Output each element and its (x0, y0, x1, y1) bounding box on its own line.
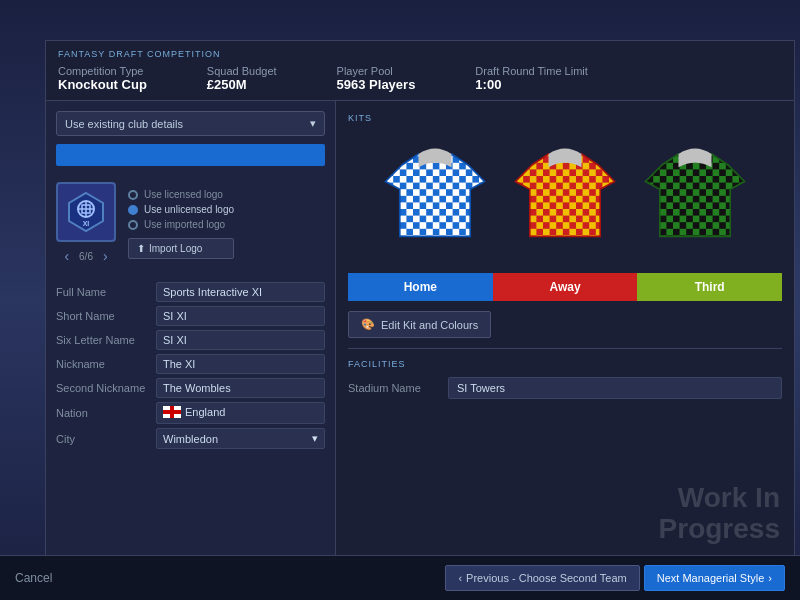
squad-budget-block: Squad Budget £250M (207, 65, 277, 92)
england-flag-icon (163, 406, 181, 418)
cancel-button[interactable]: Cancel (15, 571, 52, 585)
home-kit (380, 143, 490, 253)
third-kit-svg (640, 143, 750, 253)
home-kit-svg (380, 143, 490, 253)
facilities-label: FACILITIES (348, 359, 782, 369)
nav-buttons: ‹ Previous - Choose Second Team Next Man… (445, 565, 785, 591)
kits-section-label: KITS (348, 113, 782, 123)
edit-kit-button[interactable]: 🎨 Edit Kit and Colours (348, 311, 491, 338)
left-panel: Use existing club details ▾ XI (46, 101, 336, 559)
logo-box: XI (56, 182, 116, 242)
main-dialog: FANTASY DRAFT COMPETITION Competition Ty… (45, 40, 795, 560)
logo-count: 6/6 (79, 251, 93, 262)
player-pool-value: 5963 Players (337, 77, 416, 92)
squad-budget-value: £250M (207, 77, 247, 92)
kit-tabs: Home Away Third (348, 273, 782, 301)
nickname-label: Nickname (56, 358, 156, 370)
draft-round-value: 1:00 (475, 77, 501, 92)
away-kit-svg (510, 143, 620, 253)
second-nickname-row: Second Nickname The Wombles (56, 378, 325, 398)
second-nickname-label: Second Nickname (56, 382, 156, 394)
short-name-input[interactable]: SI XI (156, 306, 325, 326)
import-logo-button[interactable]: ⬆ Import Logo (128, 238, 234, 259)
kits-container (348, 133, 782, 263)
six-letter-input[interactable]: SI XI (156, 330, 325, 350)
logo-section: XI ‹ 6/6 › Use licensed logo (56, 174, 325, 274)
stadium-name-input[interactable] (448, 377, 782, 399)
nickname-input[interactable]: The XI (156, 354, 325, 374)
competition-info: Competition Type Knockout Cup Squad Budg… (58, 65, 782, 92)
player-pool-label: Player Pool (337, 65, 416, 77)
club-fields: Full Name Sports Interactive XI Short Na… (56, 282, 325, 453)
next-button[interactable]: Next Managerial Style › (644, 565, 785, 591)
logo-next-arrow[interactable]: › (99, 246, 112, 266)
city-dropdown[interactable]: Wimbledon ▾ (156, 428, 325, 449)
city-row: City Wimbledon ▾ (56, 428, 325, 449)
third-tab[interactable]: Third (637, 273, 782, 301)
logo-options: Use licensed logo Use unlicensed logo Us… (128, 189, 234, 259)
dialog-body: Use existing club details ▾ XI (46, 101, 794, 559)
player-pool-block: Player Pool 5963 Players (337, 65, 416, 92)
six-letter-row: Six Letter Name SI XI (56, 330, 325, 350)
right-panel: KITS (336, 101, 794, 559)
home-tab[interactable]: Home (348, 273, 493, 301)
licensed-logo-label: Use licensed logo (144, 189, 223, 200)
prev-button[interactable]: ‹ Previous - Choose Second Team (445, 565, 639, 591)
third-kit (640, 143, 750, 253)
stadium-row: Stadium Name (348, 377, 782, 399)
full-name-input[interactable]: Sports Interactive XI (156, 282, 325, 302)
imported-radio (128, 220, 138, 230)
nation-label: Nation (56, 407, 156, 419)
full-name-label: Full Name (56, 286, 156, 298)
away-kit (510, 143, 620, 253)
nation-input[interactable]: England (156, 402, 325, 424)
nation-row: Nation England (56, 402, 325, 424)
club-details-dropdown[interactable]: Use existing club details ▾ (56, 111, 325, 136)
unlicensed-logo-option[interactable]: Use unlicensed logo (128, 204, 234, 215)
draft-round-label: Draft Round Time Limit (475, 65, 587, 77)
imported-logo-option[interactable]: Use imported logo (128, 219, 234, 230)
dialog-header: FANTASY DRAFT COMPETITION Competition Ty… (46, 41, 794, 101)
short-name-row: Short Name SI XI (56, 306, 325, 326)
unlicensed-logo-label: Use unlicensed logo (144, 204, 234, 215)
club-logo-icon: XI (65, 191, 107, 233)
competition-type-block: Competition Type Knockout Cup (58, 65, 147, 92)
second-nickname-input[interactable]: The Wombles (156, 378, 325, 398)
competition-type-label: Competition Type (58, 65, 147, 77)
unlicensed-radio (128, 205, 138, 215)
away-tab[interactable]: Away (493, 273, 638, 301)
facilities-section: FACILITIES Stadium Name (348, 348, 782, 399)
nickname-row: Nickname The XI (56, 354, 325, 374)
six-letter-label: Six Letter Name (56, 334, 156, 346)
city-label: City (56, 433, 156, 445)
logo-nav: ‹ 6/6 › (60, 246, 111, 266)
fantasy-draft-label: FANTASY DRAFT COMPETITION (58, 49, 782, 59)
short-name-label: Short Name (56, 310, 156, 322)
imported-logo-label: Use imported logo (144, 219, 225, 230)
draft-round-block: Draft Round Time Limit 1:00 (475, 65, 587, 92)
licensed-radio (128, 190, 138, 200)
competition-type-value: Knockout Cup (58, 77, 147, 92)
licensed-logo-option[interactable]: Use licensed logo (128, 189, 234, 200)
city-value: Wimbledon (163, 433, 218, 445)
blue-bar (56, 144, 325, 166)
svg-text:XI: XI (83, 220, 90, 227)
bottom-bar: Cancel ‹ Previous - Choose Second Team N… (0, 555, 800, 600)
squad-budget-label: Squad Budget (207, 65, 277, 77)
svg-rect-7 (163, 410, 181, 414)
logo-prev-arrow[interactable]: ‹ (60, 246, 73, 266)
stadium-name-label: Stadium Name (348, 382, 438, 394)
full-name-row: Full Name Sports Interactive XI (56, 282, 325, 302)
